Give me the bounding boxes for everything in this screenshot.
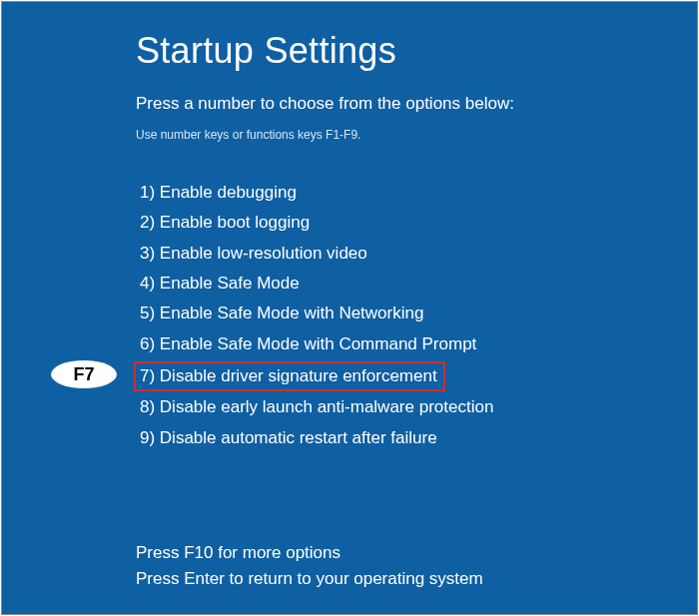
- option-label: 8) Disable early launch anti-malware pro…: [136, 394, 497, 421]
- footer-more-options: Press F10 for more options: [136, 540, 697, 566]
- option-label: 9) Disable automatic restart after failu…: [136, 425, 441, 452]
- option-label: 6) Enable Safe Mode with Command Prompt: [136, 331, 480, 358]
- startup-settings-screen: Startup Settings Press a number to choos…: [1, 1, 698, 615]
- helper-text: Use number keys or functions keys F1-F9.: [136, 128, 697, 142]
- option-2[interactable]: 2) Enable boot logging: [136, 210, 697, 237]
- option-label: 1) Enable debugging: [136, 180, 301, 207]
- option-label: 3) Enable low-resolution video: [136, 241, 371, 268]
- option-label: 2) Enable boot logging: [136, 210, 314, 237]
- footer: Press F10 for more options Press Enter t…: [136, 540, 697, 593]
- options-list: 1) Enable debugging 2) Enable boot loggi…: [136, 180, 697, 452]
- subtitle: Press a number to choose from the option…: [136, 94, 697, 114]
- option-5[interactable]: 5) Enable Safe Mode with Networking: [136, 301, 697, 327]
- page-title: Startup Settings: [136, 30, 697, 72]
- option-8[interactable]: 8) Disable early launch anti-malware pro…: [136, 394, 697, 421]
- option-label: 4) Enable Safe Mode: [136, 271, 304, 298]
- option-9[interactable]: 9) Disable automatic restart after failu…: [136, 425, 697, 452]
- option-7[interactable]: F7 7) Disable driver signature enforceme…: [136, 361, 697, 391]
- option-3[interactable]: 3) Enable low-resolution video: [136, 241, 697, 268]
- option-4[interactable]: 4) Enable Safe Mode: [136, 271, 697, 298]
- option-6[interactable]: 6) Enable Safe Mode with Command Prompt: [136, 331, 697, 358]
- f7-badge: F7: [51, 360, 117, 388]
- option-label: 5) Enable Safe Mode with Networking: [136, 301, 427, 327]
- footer-return: Press Enter to return to your operating …: [136, 566, 697, 592]
- option-1[interactable]: 1) Enable debugging: [136, 180, 697, 207]
- option-label-highlighted: 7) Disable driver signature enforcement: [134, 361, 445, 391]
